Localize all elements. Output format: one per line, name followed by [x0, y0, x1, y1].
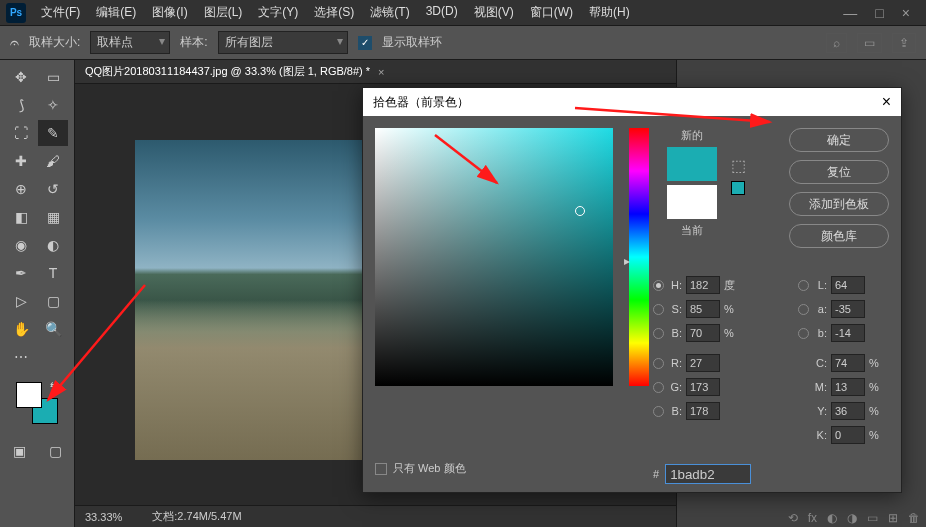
svg-line-0 [48, 285, 145, 400]
svg-line-2 [575, 108, 770, 122]
svg-line-1 [435, 135, 497, 183]
annotation-arrow-1 [0, 0, 926, 527]
foreground-swatch[interactable] [16, 382, 42, 408]
